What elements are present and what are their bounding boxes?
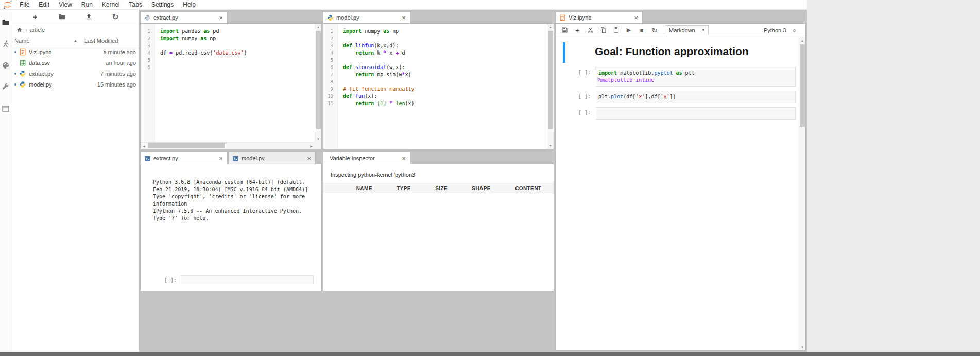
menu-edit[interactable]: Edit [34,0,54,10]
sort-ascending-icon: ▲ [74,39,84,42]
csv-file-icon [19,59,26,66]
notebook-tab-bar: Viz.ipynb × [555,11,806,23]
menu-file[interactable]: File [15,0,34,10]
restart-kernel-button[interactable]: ↻ [649,25,660,36]
code-cell[interactable]: [ ]: [563,107,796,120]
menu-view[interactable]: View [54,0,77,10]
editor-panel-model: model.py × 1234567891011 import numpy as… [323,11,554,149]
scroll-up-icon[interactable]: ▲ [315,24,321,30]
column-type: TYPE [397,185,411,191]
tab-model-py[interactable]: model.py × [323,11,410,23]
close-icon[interactable]: × [218,155,223,162]
scrollbar-thumb[interactable] [548,31,553,129]
interrupt-kernel-button[interactable]: ■ [636,25,647,36]
column-name[interactable]: Name [14,38,29,44]
code-editor-model[interactable]: import numpy as np def linfun(k,x,d): re… [338,24,554,149]
file-row-model-py[interactable]: model.py 15 minutes ago [11,79,139,90]
text-editor: 123456 import pandas as pdimport numpy a… [140,23,322,149]
inspector-tab-bar: Variable Inspector × [323,152,554,164]
notebook-file-icon [19,48,26,56]
cell-input[interactable]: plt.plot(df['x'],df['y']) [595,91,796,103]
paste-cells-button[interactable] [610,25,622,36]
column-content: CONTENT [515,185,541,191]
close-icon[interactable]: × [218,14,223,21]
breadcrumb-folder[interactable]: article [30,27,45,33]
open-indicator [14,51,19,53]
close-icon[interactable]: × [306,155,312,162]
open-indicator [14,83,19,86]
vertical-scrollbar[interactable]: ▲ ▼ [315,24,321,142]
column-name: NAME [356,185,372,191]
scroll-up-icon[interactable]: ▲ [547,24,554,30]
kernel-name[interactable]: Python 3 [764,27,786,33]
refresh-file-list-button[interactable]: ↻ [110,12,121,22]
copy-cells-button[interactable] [597,25,609,36]
scroll-left-icon[interactable]: ◀ [141,143,147,149]
console-prompt: [ ]: [164,277,177,283]
scroll-up-icon[interactable]: ▲ [799,37,805,44]
scrollbar-thumb[interactable] [148,143,225,148]
scroll-right-icon[interactable]: ▶ [308,143,315,149]
open-indicator [14,73,19,75]
console-tab-extract-py[interactable]: extract.py × [140,152,228,164]
menu-run[interactable]: Run [77,0,97,10]
scrollbar-thumb[interactable] [316,31,321,129]
save-button[interactable] [559,25,570,36]
file-row-extract-py[interactable]: extract.py 7 minutes ago [11,68,139,79]
menu-help[interactable]: Help [178,0,200,10]
scroll-down-icon[interactable]: ▼ [799,344,805,350]
tab-variable-inspector[interactable]: Variable Inspector × [323,152,410,164]
code-editor-extract[interactable]: import pandas as pdimport numpy as np df… [155,24,321,149]
cell-prompt [565,42,595,63]
home-icon[interactable] [16,27,23,33]
column-last-modified[interactable]: Last Modified [84,38,136,44]
add-cell-button[interactable]: + [572,25,583,36]
new-launcher-button[interactable]: + [30,12,40,22]
notebook: + ▶ ■ ↻ Markdown ▾ [555,23,806,351]
editor-tab-bar: extract.py × [140,11,322,23]
tab-viz-ipynb[interactable]: Viz.ipynb × [555,11,643,23]
file-row-data-csv[interactable]: data.csv an hour ago [11,57,139,68]
cell-tools-icon[interactable] [2,83,10,91]
vertical-scrollbar[interactable]: ▲ ▼ [799,37,805,350]
console-input[interactable] [181,275,314,284]
cell-input[interactable] [595,107,796,120]
run-cell-button[interactable]: ▶ [623,25,634,36]
scroll-down-icon[interactable]: ▼ [315,135,321,142]
markdown-cell[interactable]: Goal: Function approximation [563,42,796,63]
close-icon[interactable]: × [401,155,406,162]
menu-kernel[interactable]: Kernel [97,0,125,10]
tab-label: extract.py [153,155,178,161]
file-row-viz-ipynb[interactable]: Viz.ipynb a minute ago [11,46,139,57]
close-icon[interactable]: × [633,14,639,21]
markdown-heading: Goal: Function approximation [595,42,796,63]
chevron-down-icon: ▾ [702,28,704,32]
new-folder-button[interactable] [57,12,67,22]
tab-label: Variable Inspector [330,155,375,161]
menu-tabs[interactable]: Tabs [125,0,147,10]
running-sessions-icon[interactable] [2,40,10,48]
cell-input[interactable]: import matplotlib.pyplot as plt%matplotl… [595,67,796,87]
menu-settings[interactable]: Settings [147,0,178,10]
tab-label: model.py [336,14,359,21]
code-cell[interactable]: [ ]: import matplotlib.pyplot as plt%mat… [563,67,796,87]
cell-prompt: [ ]: [565,107,595,120]
console-tab-model-py[interactable]: model.py × [228,152,316,164]
python-file-icon [19,81,26,88]
close-icon[interactable]: × [401,14,406,21]
code-cell[interactable]: [ ]: plt.plot(df['x'],df['y']) [563,91,796,103]
upload-button[interactable] [83,12,94,22]
cell-type-select[interactable]: Markdown ▾ [665,25,709,35]
code-console: Python 3.6.8 |Anaconda custom (64-bit)| … [140,164,322,291]
cut-cells-button[interactable] [584,25,596,36]
open-tabs-icon[interactable] [2,105,10,113]
vertical-scrollbar[interactable]: ▲ ▼ [547,24,554,149]
file-browser-icon[interactable] [2,18,10,26]
kernel-status-icon: ○ [793,27,796,33]
tab-extract-py[interactable]: extract.py × [140,11,228,23]
command-palette-icon[interactable] [2,61,10,70]
horizontal-scrollbar[interactable]: ◀ ▶ [141,142,315,149]
scrollbar-thumb[interactable] [800,44,805,127]
scroll-down-icon[interactable]: ▼ [547,142,554,149]
column-shape: SHAPE [472,185,490,191]
